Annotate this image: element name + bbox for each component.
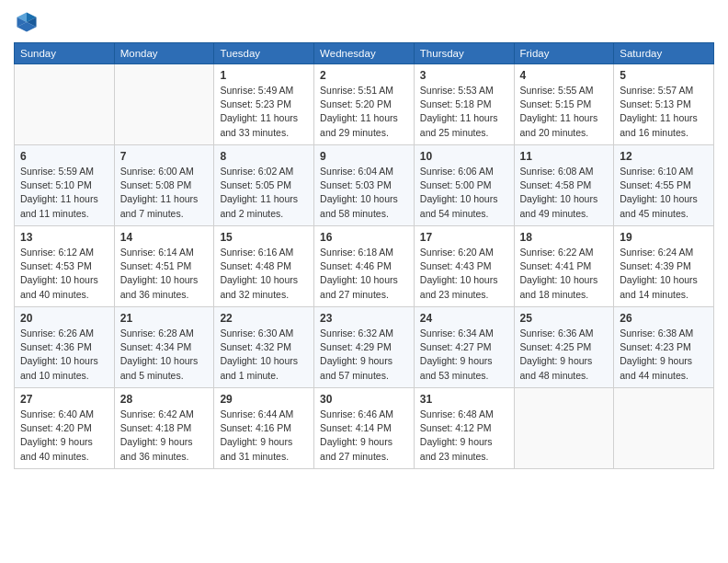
day-number: 15 <box>220 231 308 244</box>
day-number: 31 <box>420 393 508 406</box>
day-info: Sunrise: 6:36 AM Sunset: 4:25 PM Dayligh… <box>520 327 609 383</box>
day-info: Sunrise: 6:12 AM Sunset: 4:53 PM Dayligh… <box>20 246 108 302</box>
day-number: 3 <box>420 69 508 82</box>
day-info: Sunrise: 6:22 AM Sunset: 4:41 PM Dayligh… <box>520 246 609 302</box>
day-cell: 24Sunrise: 6:34 AM Sunset: 4:27 PM Dayli… <box>414 307 514 388</box>
day-cell <box>114 64 214 145</box>
day-number: 29 <box>220 393 308 406</box>
week-row-1: 1Sunrise: 5:49 AM Sunset: 5:23 PM Daylig… <box>15 64 714 145</box>
day-cell: 16Sunrise: 6:18 AM Sunset: 4:46 PM Dayli… <box>314 226 415 307</box>
weekday-friday: Friday <box>514 43 614 64</box>
day-number: 14 <box>120 231 209 244</box>
weekday-header-row: SundayMondayTuesdayWednesdayThursdayFrid… <box>15 43 714 64</box>
day-cell: 4Sunrise: 5:55 AM Sunset: 5:15 PM Daylig… <box>514 64 614 145</box>
day-cell: 21Sunrise: 6:28 AM Sunset: 4:34 PM Dayli… <box>114 307 214 388</box>
day-cell: 31Sunrise: 6:48 AM Sunset: 4:12 PM Dayli… <box>414 388 514 469</box>
day-cell: 7Sunrise: 6:00 AM Sunset: 5:08 PM Daylig… <box>114 145 214 226</box>
day-number: 6 <box>20 150 108 163</box>
day-cell: 1Sunrise: 5:49 AM Sunset: 5:23 PM Daylig… <box>214 64 314 145</box>
day-cell: 3Sunrise: 5:53 AM Sunset: 5:18 PM Daylig… <box>414 64 514 145</box>
day-cell: 22Sunrise: 6:30 AM Sunset: 4:32 PM Dayli… <box>214 307 314 388</box>
day-cell: 29Sunrise: 6:44 AM Sunset: 4:16 PM Dayli… <box>214 388 314 469</box>
day-info: Sunrise: 5:49 AM Sunset: 5:23 PM Dayligh… <box>220 84 308 140</box>
day-number: 8 <box>220 150 308 163</box>
day-info: Sunrise: 6:20 AM Sunset: 4:43 PM Dayligh… <box>420 246 508 302</box>
day-info: Sunrise: 6:38 AM Sunset: 4:23 PM Dayligh… <box>620 327 708 383</box>
day-cell <box>614 388 714 469</box>
day-cell: 15Sunrise: 6:16 AM Sunset: 4:48 PM Dayli… <box>214 226 314 307</box>
day-number: 16 <box>320 231 408 244</box>
day-cell: 14Sunrise: 6:14 AM Sunset: 4:51 PM Dayli… <box>114 226 214 307</box>
day-number: 2 <box>320 69 408 82</box>
day-cell: 8Sunrise: 6:02 AM Sunset: 5:05 PM Daylig… <box>214 145 314 226</box>
day-cell <box>514 388 614 469</box>
day-info: Sunrise: 6:06 AM Sunset: 5:00 PM Dayligh… <box>420 165 508 221</box>
day-number: 11 <box>520 150 609 163</box>
page: SundayMondayTuesdayWednesdayThursdayFrid… <box>0 0 728 563</box>
day-info: Sunrise: 6:16 AM Sunset: 4:48 PM Dayligh… <box>220 246 308 302</box>
day-info: Sunrise: 6:04 AM Sunset: 5:03 PM Dayligh… <box>320 165 408 221</box>
day-cell: 6Sunrise: 5:59 AM Sunset: 5:10 PM Daylig… <box>15 145 115 226</box>
day-cell: 25Sunrise: 6:36 AM Sunset: 4:25 PM Dayli… <box>514 307 614 388</box>
weekday-saturday: Saturday <box>614 43 714 64</box>
day-cell: 30Sunrise: 6:46 AM Sunset: 4:14 PM Dayli… <box>314 388 415 469</box>
day-cell: 18Sunrise: 6:22 AM Sunset: 4:41 PM Dayli… <box>514 226 614 307</box>
weekday-tuesday: Tuesday <box>214 43 314 64</box>
day-cell: 27Sunrise: 6:40 AM Sunset: 4:20 PM Dayli… <box>15 388 115 469</box>
day-info: Sunrise: 6:48 AM Sunset: 4:12 PM Dayligh… <box>420 408 508 464</box>
day-info: Sunrise: 6:32 AM Sunset: 4:29 PM Dayligh… <box>320 327 408 383</box>
day-info: Sunrise: 6:10 AM Sunset: 4:55 PM Dayligh… <box>620 165 708 221</box>
day-info: Sunrise: 5:55 AM Sunset: 5:15 PM Dayligh… <box>520 84 609 140</box>
day-number: 18 <box>520 231 609 244</box>
day-number: 22 <box>220 312 308 325</box>
day-info: Sunrise: 6:24 AM Sunset: 4:39 PM Dayligh… <box>620 246 708 302</box>
day-number: 7 <box>120 150 209 163</box>
day-info: Sunrise: 6:08 AM Sunset: 4:58 PM Dayligh… <box>520 165 609 221</box>
day-info: Sunrise: 6:44 AM Sunset: 4:16 PM Dayligh… <box>220 408 308 464</box>
day-number: 25 <box>520 312 609 325</box>
day-cell: 2Sunrise: 5:51 AM Sunset: 5:20 PM Daylig… <box>314 64 415 145</box>
day-cell: 13Sunrise: 6:12 AM Sunset: 4:53 PM Dayli… <box>15 226 115 307</box>
week-row-3: 13Sunrise: 6:12 AM Sunset: 4:53 PM Dayli… <box>15 226 714 307</box>
day-number: 24 <box>420 312 508 325</box>
day-info: Sunrise: 6:14 AM Sunset: 4:51 PM Dayligh… <box>120 246 209 302</box>
day-number: 19 <box>620 231 708 244</box>
day-info: Sunrise: 6:26 AM Sunset: 4:36 PM Dayligh… <box>20 327 108 383</box>
day-info: Sunrise: 6:40 AM Sunset: 4:20 PM Dayligh… <box>20 408 108 464</box>
day-info: Sunrise: 6:30 AM Sunset: 4:32 PM Dayligh… <box>220 327 308 383</box>
day-info: Sunrise: 6:18 AM Sunset: 4:46 PM Dayligh… <box>320 246 408 302</box>
day-info: Sunrise: 5:53 AM Sunset: 5:18 PM Dayligh… <box>420 84 508 140</box>
weekday-thursday: Thursday <box>414 43 514 64</box>
day-cell: 26Sunrise: 6:38 AM Sunset: 4:23 PM Dayli… <box>614 307 714 388</box>
day-number: 4 <box>520 69 609 82</box>
day-info: Sunrise: 6:42 AM Sunset: 4:18 PM Dayligh… <box>120 408 209 464</box>
week-row-5: 27Sunrise: 6:40 AM Sunset: 4:20 PM Dayli… <box>15 388 714 469</box>
day-info: Sunrise: 6:46 AM Sunset: 4:14 PM Dayligh… <box>320 408 408 464</box>
day-cell: 12Sunrise: 6:10 AM Sunset: 4:55 PM Dayli… <box>614 145 714 226</box>
day-info: Sunrise: 5:51 AM Sunset: 5:20 PM Dayligh… <box>320 84 408 140</box>
logo <box>14 9 43 35</box>
day-number: 20 <box>20 312 108 325</box>
day-number: 21 <box>120 312 209 325</box>
weekday-sunday: Sunday <box>15 43 115 64</box>
day-info: Sunrise: 5:59 AM Sunset: 5:10 PM Dayligh… <box>20 165 108 221</box>
day-number: 9 <box>320 150 408 163</box>
day-cell: 28Sunrise: 6:42 AM Sunset: 4:18 PM Dayli… <box>114 388 214 469</box>
day-cell: 19Sunrise: 6:24 AM Sunset: 4:39 PM Dayli… <box>614 226 714 307</box>
weekday-wednesday: Wednesday <box>314 43 415 64</box>
day-cell: 9Sunrise: 6:04 AM Sunset: 5:03 PM Daylig… <box>314 145 415 226</box>
day-info: Sunrise: 6:02 AM Sunset: 5:05 PM Dayligh… <box>220 165 308 221</box>
day-number: 5 <box>620 69 708 82</box>
day-number: 27 <box>20 393 108 406</box>
day-number: 1 <box>220 69 308 82</box>
day-info: Sunrise: 5:57 AM Sunset: 5:13 PM Dayligh… <box>620 84 708 140</box>
day-number: 12 <box>620 150 708 163</box>
day-number: 10 <box>420 150 508 163</box>
calendar-table: SundayMondayTuesdayWednesdayThursdayFrid… <box>14 42 714 469</box>
weekday-monday: Monday <box>114 43 214 64</box>
day-number: 26 <box>620 312 708 325</box>
day-number: 28 <box>120 393 209 406</box>
week-row-4: 20Sunrise: 6:26 AM Sunset: 4:36 PM Dayli… <box>15 307 714 388</box>
day-info: Sunrise: 6:00 AM Sunset: 5:08 PM Dayligh… <box>120 165 209 221</box>
day-number: 13 <box>20 231 108 244</box>
